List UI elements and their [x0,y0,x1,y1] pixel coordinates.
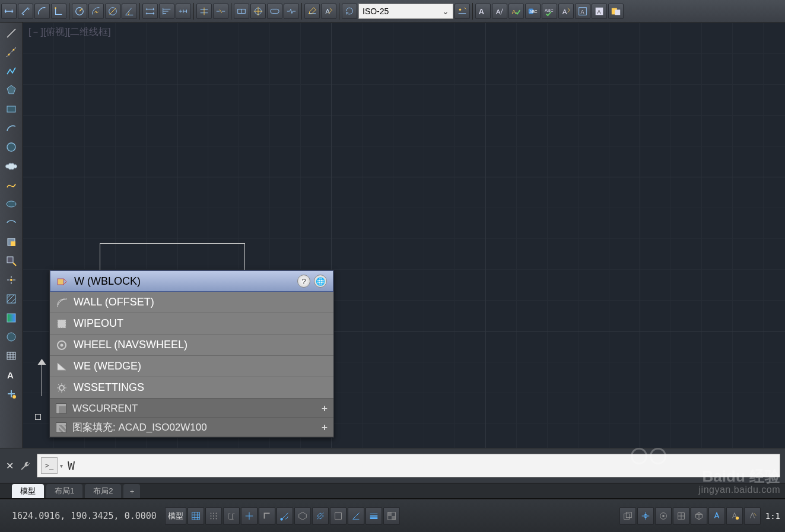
spline-icon[interactable] [3,177,20,193]
autocomplete-sysvar-wscurrent[interactable]: WSCURRENT + [50,399,333,418]
expand-plus-icon[interactable]: + [322,422,328,434]
annomonitor-icon[interactable] [637,507,654,525]
mtext-icon[interactable]: A [475,4,491,19]
quickproperties-icon[interactable] [655,507,672,525]
dynamicinput-icon[interactable] [241,507,258,525]
textstyle-icon[interactable]: A [558,4,574,19]
help-icon[interactable]: ? [297,275,310,288]
3dosnap-icon[interactable] [330,507,347,525]
dimstyle-control-icon[interactable] [455,4,470,19]
ortho-icon[interactable] [259,507,275,525]
bgmask-icon[interactable] [608,4,624,19]
rectangle-icon[interactable] [3,101,20,117]
modelspace-button[interactable]: 模型 [165,507,186,525]
justifytext-icon[interactable]: A [592,4,607,19]
dim-continue-icon[interactable] [176,4,191,19]
draw-toolbar: A ‹ [0,23,23,501]
xline-icon[interactable] [3,44,20,60]
autoscale-icon[interactable] [744,507,761,525]
units-icon[interactable] [673,507,689,525]
jogline-icon[interactable] [284,4,299,19]
dim-angular-icon[interactable] [122,4,137,19]
annotationscale-icon[interactable] [708,507,725,525]
workspace-icon[interactable] [691,507,707,525]
arc-icon[interactable] [3,120,20,136]
singletext-icon[interactable]: A [492,4,507,19]
table-icon[interactable] [3,348,20,364]
tab-model[interactable]: 模型 [12,484,44,498]
makeblock-icon[interactable] [3,253,20,269]
otrack-icon[interactable] [348,507,364,525]
dim-ordinate-icon[interactable] [51,4,66,19]
dimstyle-dropdown[interactable]: ISO-25 ⌄ [358,4,453,19]
dim-diameter-icon[interactable] [105,4,120,19]
polygon-icon[interactable] [3,82,20,98]
spellcheck-icon[interactable]: ABC [542,4,557,19]
snapmode-icon[interactable] [205,507,222,525]
viewport-label[interactable]: [－][俯视][二维线框] [28,26,111,39]
centermark-icon[interactable] [250,4,266,19]
autocomplete-item-wedge[interactable]: WE (WEDGE) [50,356,333,377]
tab-add-button[interactable]: + [123,484,140,498]
dim-break-icon[interactable] [213,4,228,19]
dim-radius-icon[interactable] [72,4,87,19]
osnap-icon[interactable] [312,507,329,525]
polar-icon[interactable] [277,507,293,525]
autocomplete-item-wssettings[interactable]: WSSETTINGS [50,377,333,399]
tab-layout1[interactable]: 布局1 [46,484,82,498]
autocomplete-hatchpattern[interactable]: 图案填充: ACAD_ISO02W100 + [50,418,333,437]
field-icon[interactable]: ABC [525,4,541,19]
scaletext-icon[interactable]: A [575,4,590,19]
point-icon[interactable] [3,272,20,288]
customize-icon[interactable] [19,458,33,473]
close-commandline-button[interactable]: ✕ [4,460,15,472]
tolerance-icon[interactable] [234,4,249,19]
dim-aligned-icon[interactable] [18,4,33,19]
line-icon[interactable] [3,25,20,42]
dim-update-icon[interactable] [342,4,357,19]
mtext-left-icon[interactable]: A [3,367,20,383]
tab-layout2[interactable]: 布局2 [85,484,121,498]
chevron-down-icon[interactable]: ▾ [60,463,63,469]
dim-arc-icon[interactable] [34,4,50,19]
coordinates-readout[interactable]: 1624.0916, 190.3425, 0.0000 [12,511,157,521]
annovisibility-icon[interactable] [726,507,743,525]
annotation-scale-value[interactable]: 1:1 [765,511,780,521]
command-input[interactable]: >_ ▾ W [37,454,780,477]
ellipse-icon[interactable] [3,196,20,212]
transparency-icon[interactable] [383,507,400,525]
inspection-icon[interactable] [267,4,282,19]
addselected-icon[interactable] [3,386,20,402]
dim-space-icon[interactable] [196,4,212,19]
command-history-icon[interactable]: >_ [41,457,58,474]
drawing-canvas[interactable]: [－][俯视][二维线框] W (WBLOCK) ? 🌐 WALL (OFFSE… [23,23,785,448]
grid-toggle-icon[interactable] [187,507,204,525]
insertblock-icon[interactable] [3,234,20,250]
autocomplete-list[interactable]: W (WBLOCK) ? 🌐 WALL (OFFSET) WIPEOUT [50,270,333,399]
dim-edit-icon[interactable] [304,4,320,19]
autocomplete-item-wall[interactable]: WALL (OFFSET) [50,292,333,313]
autocomplete-item-wblock[interactable]: W (WBLOCK) ? 🌐 [50,270,333,292]
inferconstraints-icon[interactable] [223,507,240,525]
gradient-icon[interactable] [3,310,20,326]
dim-baseline-icon[interactable] [159,4,174,19]
autocomplete-item-wheel[interactable]: WHEEL (NAVSWHEEL) [50,335,333,356]
dim-quick-icon[interactable] [142,4,158,19]
polyline-icon[interactable] [3,63,20,79]
lineweight-icon[interactable] [366,507,382,525]
isodraft-icon[interactable] [294,507,311,525]
circle-icon[interactable] [3,139,20,155]
selection-cycling-icon[interactable] [619,507,636,525]
dim-jogged-icon[interactable] [88,4,104,19]
revcloud-icon[interactable] [3,158,20,174]
dim-textedit-icon[interactable]: A [321,4,336,19]
region-icon[interactable] [3,329,20,345]
svg-rect-30 [7,295,15,303]
ellipsearc-icon[interactable] [3,215,20,231]
textcheck-icon[interactable]: A [508,4,524,19]
expand-plus-icon[interactable]: + [322,403,328,415]
autocomplete-item-wipeout[interactable]: WIPEOUT [50,313,333,335]
internet-icon[interactable]: 🌐 [314,275,327,288]
hatch-icon[interactable] [3,291,20,307]
dim-linear-icon[interactable] [1,4,17,19]
